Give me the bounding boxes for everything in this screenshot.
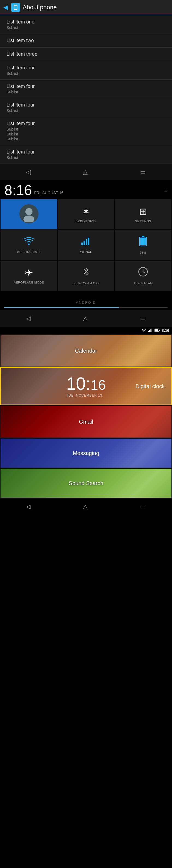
wifi-status-icon <box>141 328 146 333</box>
about-phone-section: ◀ About phone List item one Sublist List… <box>0 0 172 180</box>
list-item-6-subtitle: Sublist <box>6 108 166 113</box>
quicksettings-section: 8:16 FRI, AUGUST 16 ≡ ✶ BRIGHTNESS ⊞ SET… <box>0 180 172 327</box>
status-bar: 8:16 <box>0 327 172 334</box>
qs-time-label: TUE 8:16 AM <box>134 282 153 285</box>
recents-nav-icon-3[interactable]: ▭ <box>140 503 146 510</box>
airplane-icon: ✈ <box>25 267 33 279</box>
list-item-4-title: List item four <box>6 65 166 71</box>
widget-soundsearch[interactable]: Sound Search <box>0 468 172 498</box>
messaging-label: Messaging <box>73 450 99 456</box>
gmail-label: Gmail <box>79 419 93 425</box>
digitalclock-label: Digital clock <box>135 383 165 390</box>
list-item-1-subtitle: Sublist <box>6 25 166 30</box>
list-item-5-title: List item four <box>6 84 166 89</box>
qs-progress-fill <box>4 307 119 308</box>
qs-tile-airplane[interactable]: ✈ AEROPLANE MODE <box>1 260 57 290</box>
svg-point-13 <box>143 331 144 332</box>
svg-rect-9 <box>140 238 146 245</box>
home-nav-icon-3[interactable]: △ <box>83 503 88 510</box>
recents-nav-icon-2[interactable]: ▭ <box>140 315 146 322</box>
qs-tile-settings[interactable]: ⊞ SETTINGS <box>115 199 171 229</box>
home-nav-icon-2[interactable]: △ <box>83 315 88 322</box>
back-nav-icon-2[interactable]: ◁ <box>26 315 31 322</box>
svg-point-1 <box>24 216 34 222</box>
qs-bluetooth-label: BLUETOOTH OFF <box>73 282 100 285</box>
list-item-5[interactable]: List item four Sublist <box>0 80 172 98</box>
qs-tile-bluetooth[interactable]: BLUETOOTH OFF <box>58 260 114 290</box>
battery-icon <box>139 236 147 249</box>
about-header: ◀ About phone <box>0 0 172 15</box>
signal-status-icon <box>148 328 153 333</box>
signal-icon <box>81 237 91 248</box>
qs-tile-battery[interactable]: 95% <box>115 230 171 260</box>
list-item-7-title: List item four <box>6 121 166 126</box>
list-item-7-subtitle1: Sublist <box>6 127 166 131</box>
back-nav-icon-3[interactable]: ◁ <box>26 503 31 510</box>
qs-grid: ✶ BRIGHTNESS ⊞ SETTINGS DESIGNSHOCK <box>0 199 172 291</box>
battery-status-icon <box>154 329 160 333</box>
qs-tile-wifi[interactable]: DESIGNSHOCK <box>1 230 57 260</box>
svg-rect-14 <box>148 331 149 332</box>
list-item-2[interactable]: List item two <box>0 34 172 48</box>
widget-calendar[interactable]: Calendar <box>0 334 172 367</box>
qs-battery-label: 95% <box>140 251 147 254</box>
qs-wifi-label: DESIGNSHOCK <box>17 250 41 254</box>
back-nav-icon[interactable]: ◁ <box>26 168 31 176</box>
svg-rect-20 <box>159 330 160 331</box>
list-item-2-title: List item two <box>6 38 166 43</box>
home-nav-icon[interactable]: △ <box>83 168 88 176</box>
svg-rect-16 <box>150 330 151 332</box>
qs-tile-time[interactable]: TUE 8:16 AM <box>115 260 171 290</box>
qs-signal-label: SIGNAL <box>80 250 92 254</box>
clock-tile-icon <box>138 267 148 279</box>
qs-date: FRI, AUGUST 16 <box>34 191 63 197</box>
qs-list-icon[interactable]: ≡ <box>164 187 168 194</box>
list-item-1[interactable]: List item one Sublist <box>0 15 172 34</box>
svg-point-2 <box>28 244 30 245</box>
widget-picker-section: Calendar 10:16 TUE, NOVEMBER 13 Digital … <box>0 334 172 515</box>
qs-tile-brightness[interactable]: ✶ BRIGHTNESS <box>58 199 114 229</box>
svg-rect-4 <box>83 241 85 245</box>
qs-tile-avatar[interactable] <box>1 199 57 229</box>
back-icon[interactable]: ◀ <box>3 4 8 11</box>
list-item-6-title: List item four <box>6 102 166 108</box>
list-item-4[interactable]: List item four Sublist <box>0 61 172 80</box>
soundsearch-label: Sound Search <box>69 480 103 487</box>
svg-rect-15 <box>149 330 150 332</box>
android-label: ANDROID <box>0 296 172 307</box>
clock-time-value: 10:16 <box>66 375 106 393</box>
list-item-8-subtitle: Sublist <box>6 155 166 160</box>
settings-icon: ⊞ <box>139 206 147 217</box>
qs-tile-signal[interactable]: SIGNAL <box>58 230 114 260</box>
list-item-5-subtitle: Sublist <box>6 90 166 94</box>
list-item-3[interactable]: List item three <box>0 48 172 61</box>
nav-bar-1: ◁ △ ▭ <box>0 164 172 180</box>
list-item-6[interactable]: List item four Sublist <box>0 98 172 117</box>
widget-digitalclock[interactable]: 10:16 TUE, NOVEMBER 13 Digital clock <box>0 367 172 405</box>
svg-point-0 <box>25 208 33 215</box>
nav-bar-2: ◁ △ ▭ <box>0 310 172 327</box>
list-item-8[interactable]: List item four Sublist <box>0 145 172 164</box>
nav-bar-3: ◁ △ ▭ <box>0 498 172 515</box>
widget-gmail[interactable]: Gmail <box>0 405 172 438</box>
list-item-1-title: List item one <box>6 19 166 25</box>
clock-minutes: 16 <box>91 377 106 393</box>
qs-settings-label: SETTINGS <box>135 220 151 223</box>
widget-messaging[interactable]: Messaging <box>0 438 172 468</box>
clock-display: 10:16 TUE, NOVEMBER 13 <box>60 371 112 402</box>
qs-progress <box>4 307 168 308</box>
recents-nav-icon[interactable]: ▭ <box>140 168 146 176</box>
qs-time-row: 8:16 FRI, AUGUST 16 ≡ <box>0 180 172 199</box>
clock-date-value: TUE, NOVEMBER 13 <box>66 394 102 397</box>
list-item-8-title: List item four <box>6 149 166 155</box>
qs-time: 8:16 <box>4 183 32 197</box>
list-item-4-subtitle: Sublist <box>6 71 166 76</box>
svg-line-12 <box>143 272 145 273</box>
list-item-3-title: List item three <box>6 51 166 57</box>
qs-airplane-label: AEROPLANE MODE <box>14 281 44 284</box>
bluetooth-icon <box>83 267 89 279</box>
list-item-7[interactable]: List item four Sublist Sublist Sublist <box>0 117 172 145</box>
svg-rect-17 <box>151 329 152 332</box>
list-item-7-subtitle2: Sublist <box>6 132 166 136</box>
clock-hours: 10 <box>66 374 86 394</box>
